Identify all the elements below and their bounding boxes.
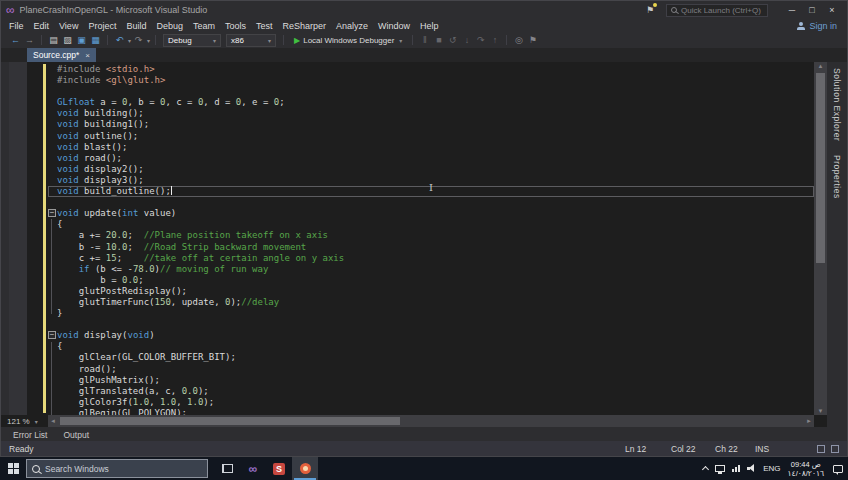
navigate-forward-icon[interactable]: →	[23, 33, 36, 47]
code-line-26[interactable]: {	[48, 341, 814, 352]
code-line-2[interactable]: #include <gl\glut.h>	[48, 75, 814, 86]
step-into-icon[interactable]: ↓	[460, 33, 473, 47]
taskbar-clock[interactable]: 09:44 ص ١٤/٠٨/٢٠١٦	[788, 460, 824, 478]
code-editor[interactable]: #include <stdio.h>#include <gl\glut.h>GL…	[1, 62, 827, 415]
step-out-icon[interactable]: ↑	[488, 33, 501, 47]
code-line-7[interactable]: void outline();	[48, 131, 814, 142]
task-view-button[interactable]	[214, 457, 240, 480]
menu-resharper[interactable]: ReSharper	[278, 21, 332, 31]
taskbar-search-box[interactable]: Search Windows	[26, 459, 208, 478]
restart-icon[interactable]: ↺	[446, 33, 459, 47]
display-tray-icon[interactable]	[715, 465, 725, 472]
menu-file[interactable]: File	[4, 21, 29, 31]
code-line-9[interactable]: void road();	[48, 153, 814, 164]
sidebar-tab-solution-explorer[interactable]: Solution Explorer	[832, 68, 842, 141]
scroll-left-icon[interactable]: ◄	[48, 415, 58, 427]
navigate-backward-icon[interactable]: ←	[9, 33, 22, 47]
horizontal-scrollbar[interactable]: ◄ ►	[48, 415, 814, 427]
menu-project[interactable]: Project	[83, 21, 121, 31]
code-line-19[interactable]: if (b <= -78.0)// moving of run way	[48, 264, 814, 275]
code-line-14[interactable]: −void update(int value)	[48, 208, 814, 219]
title-bar[interactable]: ∞ PlaneCrashInOpenGL - Microsoft Visual …	[1, 1, 847, 19]
zoom-control[interactable]: 121 % ▾	[1, 417, 48, 426]
vertical-scroll-thumb[interactable]	[816, 73, 825, 263]
menu-test[interactable]: Test	[251, 21, 278, 31]
code-line-23[interactable]: }	[48, 308, 814, 319]
tab-close-icon[interactable]: ×	[85, 51, 90, 60]
volume-tray-icon[interactable]	[747, 464, 756, 473]
horizontal-scroll-thumb[interactable]	[60, 417, 400, 425]
code-line-4[interactable]: GLfloat a = 0, b = 0, c = 0, d = 0, e = …	[48, 97, 814, 108]
start-debugging-button[interactable]: ▶Local Windows Debugger▾	[289, 36, 407, 45]
menu-window[interactable]: Window	[373, 21, 415, 31]
menu-debug[interactable]: Debug	[151, 21, 188, 31]
code-line-25[interactable]: −void display(void)	[48, 330, 814, 341]
code-line-29[interactable]: glPushMatrix();	[48, 375, 814, 386]
code-area[interactable]: #include <stdio.h>#include <gl\glut.h>GL…	[48, 64, 814, 415]
code-line-22[interactable]: glutTimerFunc(150, update, 0);//delay	[48, 297, 814, 308]
code-line-27[interactable]: glClear(GL_COLOR_BUFFER_BIT);	[48, 352, 814, 363]
open-file-icon[interactable]: ▨	[61, 33, 74, 47]
language-indicator[interactable]: ENG	[763, 464, 780, 473]
scroll-right-icon[interactable]: ►	[804, 415, 814, 427]
code-line-24[interactable]	[48, 319, 814, 330]
dropdown-arrow-icon[interactable]: ▾	[147, 37, 150, 44]
code-line-21[interactable]: glutPostRedisplay();	[48, 286, 814, 297]
fold-collapse-icon[interactable]: −	[48, 331, 56, 339]
code-line-5[interactable]: void building();	[48, 108, 814, 119]
network-tray-icon[interactable]	[732, 465, 740, 472]
start-button[interactable]	[0, 457, 26, 480]
menu-help[interactable]: Help	[415, 21, 444, 31]
active-app-taskbar-icon[interactable]	[292, 457, 318, 480]
code-line-17[interactable]: b -= 10.0; //Road Strip backward movemen…	[48, 242, 814, 253]
menu-analyze[interactable]: Analyze	[331, 21, 373, 31]
code-line-13[interactable]	[48, 197, 814, 208]
vertical-scrollbar[interactable]: ▲ ▼	[814, 62, 827, 415]
panel-tab-output[interactable]: Output	[63, 430, 89, 440]
code-line-8[interactable]: void blast();	[48, 142, 814, 153]
minimize-button[interactable]: ─	[782, 5, 802, 15]
breakpoint-margin[interactable]	[9, 62, 27, 415]
visual-studio-taskbar-icon[interactable]: ∞	[240, 457, 266, 480]
sign-in-button[interactable]: Sign in	[797, 21, 847, 31]
redo-icon[interactable]: ↷▾	[132, 33, 150, 47]
dropdown-arrow-icon[interactable]: ▾	[128, 37, 131, 44]
code-line-18[interactable]: c += 15; //take off at certain angle on …	[48, 253, 814, 264]
code-line-15[interactable]: {	[48, 219, 814, 230]
code-line-3[interactable]	[48, 86, 814, 97]
status-bar-square-icon-1[interactable]	[817, 445, 825, 453]
solution-platforms-dropdown[interactable]: x86▾	[226, 34, 276, 47]
code-line-28[interactable]: road();	[48, 364, 814, 375]
s-app-taskbar-icon[interactable]: S	[266, 457, 292, 480]
code-line-32[interactable]: glBegin(GL_POLYGON);	[48, 408, 814, 415]
action-center-icon[interactable]	[833, 465, 843, 473]
code-line-30[interactable]: glTranslated(a, c, 0.0);	[48, 386, 814, 397]
status-bar-square-icon-2[interactable]	[831, 445, 839, 453]
undo-icon[interactable]: ↶▾	[113, 33, 131, 47]
undo-icon[interactable]: ↶	[113, 33, 126, 47]
redo-icon[interactable]: ↷	[132, 33, 145, 47]
save-all-icon[interactable]: ▦	[89, 33, 102, 47]
menu-view[interactable]: View	[54, 21, 83, 31]
code-line-31[interactable]: glColor3f(1.0, 1.0, 1.0);	[48, 397, 814, 408]
maximize-button[interactable]: □	[802, 5, 822, 15]
code-line-16[interactable]: a += 20.0; //Plane position takeoff on x…	[48, 230, 814, 241]
save-icon[interactable]: ▣	[75, 33, 88, 47]
menu-edit[interactable]: Edit	[29, 21, 55, 31]
code-line-10[interactable]: void display2();	[48, 164, 814, 175]
stop-debugging-icon[interactable]: ■	[432, 33, 445, 47]
panel-tab-error-list[interactable]: Error List	[13, 430, 47, 440]
tab-source-cpp[interactable]: Source.cpp* ×	[27, 48, 96, 62]
menu-team[interactable]: Team	[188, 21, 220, 31]
menu-tools[interactable]: Tools	[220, 21, 251, 31]
solution-configurations-dropdown[interactable]: Debug▾	[163, 34, 221, 47]
code-line-20[interactable]: b = 0.0;	[48, 275, 814, 286]
break-all-icon[interactable]: ‖	[418, 33, 431, 47]
scroll-down-icon[interactable]: ▼	[814, 408, 827, 414]
find-icon[interactable]: ◎	[512, 33, 525, 47]
close-button[interactable]: ×	[822, 5, 842, 15]
bookmark-icon[interactable]: ⚑	[526, 33, 539, 47]
code-line-6[interactable]: void building1();	[48, 119, 814, 130]
tray-expand-chevron-icon[interactable]	[702, 466, 709, 473]
notifications-flag-icon[interactable]: ⚑	[646, 5, 654, 15]
